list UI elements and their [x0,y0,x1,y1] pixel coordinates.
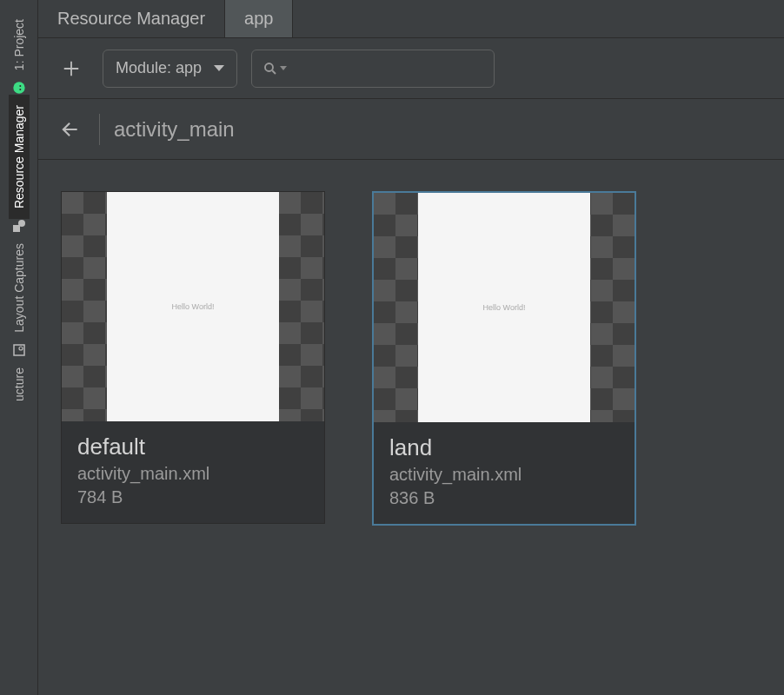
plus-icon [62,59,81,78]
layout-captures-icon [12,343,26,357]
card-footer: default activity_main.xml 784 B [62,421,324,523]
search-icon [262,61,278,76]
tool-window-rail: 1: Project Resource Manager Layout Captu… [0,0,38,695]
rail-tab-project[interactable]: 1: Project [9,9,30,81]
resource-preview: Hello World! [374,193,635,422]
tab-app[interactable]: app [225,0,293,37]
module-dropdown[interactable]: Module: app [103,50,237,88]
resource-card-land[interactable]: Hello World! land activity_main.xml 836 … [372,191,636,526]
shapes-icon [12,219,26,233]
search-box[interactable] [251,50,495,88]
tab-label: Resource Manager [57,9,205,29]
resource-filename: activity_main.xml [77,464,309,484]
svg-point-0 [13,82,24,93]
rail-tab-label: Resource Manager [12,105,26,208]
tab-label: app [244,9,273,29]
resource-size: 784 B [77,487,309,507]
rail-tab-resource-manager[interactable]: Resource Manager [9,95,30,219]
rail-tab-layout-captures[interactable]: Layout Captures [9,233,30,343]
resource-grid: Hello World! default activity_main.xml 7… [38,160,784,695]
svg-rect-4 [13,225,20,232]
svg-point-7 [265,63,273,71]
resource-qualifier: default [77,434,309,460]
divider [99,114,100,145]
preview-text: Hello World! [172,302,215,311]
tab-resource-manager[interactable]: Resource Manager [38,0,225,37]
module-label: Module: app [116,59,202,77]
preview-text: Hello World! [483,303,526,312]
toolbar: Module: app [38,38,784,99]
resource-filename: activity_main.xml [389,465,619,485]
add-button[interactable] [54,51,89,86]
panel-tabs: Resource Manager app [38,0,784,38]
rail-tab-structure[interactable]: ucture [9,357,30,412]
search-input[interactable] [290,61,483,76]
layout-preview-screen: Hello World! [418,193,590,422]
rail-tab-label: Layout Captures [12,243,26,333]
android-logo-icon [12,81,26,95]
svg-point-6 [19,347,23,350]
back-button[interactable] [54,114,85,145]
breadcrumb-current: activity_main [114,117,235,142]
resource-preview: Hello World! [62,192,324,421]
layout-preview-screen: Hello World! [107,192,279,421]
chevron-down-icon [280,66,287,70]
arrow-left-icon [58,118,81,141]
resource-card-default[interactable]: Hello World! default activity_main.xml 7… [61,191,325,524]
main-panel: Resource Manager app Module: app activit… [38,0,784,695]
resource-size: 836 B [389,488,619,508]
card-footer: land activity_main.xml 836 B [374,422,635,524]
rail-tab-label: ucture [12,367,26,401]
breadcrumb: activity_main [38,99,784,160]
resource-qualifier: land [389,434,619,461]
chevron-down-icon [214,65,224,71]
rail-tab-label: 1: Project [12,19,26,70]
